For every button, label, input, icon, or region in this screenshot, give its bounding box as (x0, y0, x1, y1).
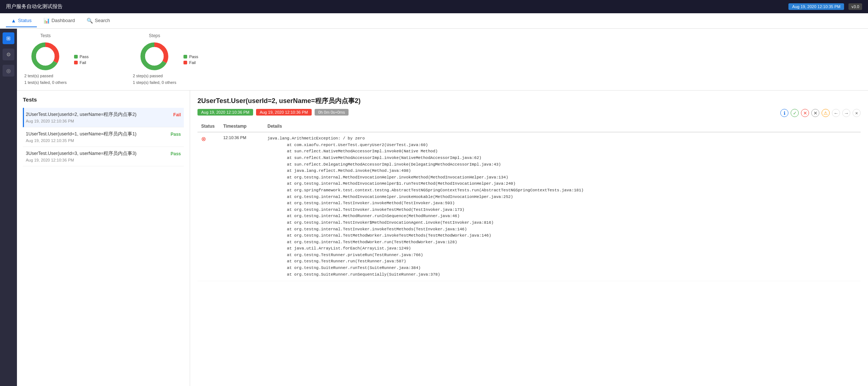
lower-section: Tests 2UserTest.User(userId=2, userName=… (17, 91, 868, 386)
stats-row: Tests 2 test(s) passed 1 test(s) failed,… (17, 29, 868, 91)
tests-legend: Pass Fail (74, 54, 88, 65)
steps-legend-pass: Pass (183, 54, 198, 59)
detail-panel: 2UserTest.User(userId=2, userName=程序员内点事… (190, 91, 868, 386)
fail-label: Fail (80, 60, 86, 65)
close-x-icon[interactable]: × (853, 109, 861, 117)
test-item-0[interactable]: 2UserTest.User(userId=2, userName=程序员内点事… (23, 108, 184, 127)
test-item-1-date: Aug 19, 2020 12:10:35 PM (26, 138, 181, 143)
test-item-0-name: 2UserTest.User(userId=2, userName=程序员内点事… (26, 111, 173, 118)
tests-legend-fail: Fail (74, 60, 88, 65)
close-dark-icon[interactable]: ✕ (811, 109, 819, 117)
test-item-1[interactable]: 1UserTest.User(userId=1, userName=程序员内点事… (23, 127, 184, 147)
detail-title: 2UserTest.User(userId=2, userName=程序员内点事… (197, 96, 861, 105)
step-details-cell: java.lang.ArithmeticException: / by zero… (264, 132, 861, 281)
test-list-heading: Tests (23, 96, 184, 103)
main-layout: ⊞ ⚙ ◎ Tests 2 test(s) passe (0, 29, 868, 386)
tests-legend-pass: Pass (74, 54, 88, 59)
sidebar-icon-chart[interactable]: ◎ (3, 65, 14, 77)
app-title: 用户服务自动化测试报告 (6, 3, 63, 10)
status-icon: ▲ (11, 18, 16, 24)
detail-badges: Aug 19, 2020 12:10:36 PM Aug 19, 2020 12… (197, 109, 349, 116)
test-item-2[interactable]: 3UserTest.User(userId=3, userName=程序员内点事… (23, 147, 184, 166)
col-details-header: Details (264, 121, 861, 132)
test-item-2-date: Aug 19, 2020 12:10:36 PM (26, 158, 181, 162)
tab-status-label: Status (18, 18, 32, 23)
sidebar-icon-home[interactable]: ⊞ (3, 32, 14, 44)
steps-legend: Pass Fail (183, 54, 198, 65)
pass-label: Pass (80, 54, 88, 59)
table-row: ⊗ 12:10:36 PM java.lang.ArithmeticExcept… (197, 132, 861, 281)
badge-duration: 0h 0m 0s+0ms (315, 109, 349, 116)
test-item-2-status: Pass (171, 151, 181, 156)
datetime-badge: Aug 19, 2020 12:10:35 PM (788, 3, 844, 10)
arrow-left-icon[interactable]: ← (832, 109, 840, 117)
topbar: 用户服务自动化测试报告 Aug 19, 2020 12:10:35 PM v3.… (0, 0, 868, 13)
col-timestamp-header: Timestamp (220, 121, 264, 132)
fail-dot (74, 61, 78, 64)
steps-pass-label: Pass (189, 54, 198, 59)
tab-dashboard-label: Dashboard (52, 18, 75, 23)
steps-donut-area: Steps 2 step(s) passed 1 step(s) failed,… (133, 33, 176, 86)
tests-donut-area: Tests 2 test(s) passed 1 test(s) failed,… (24, 33, 67, 86)
svg-point-2 (36, 47, 55, 65)
steps-stat-text: 2 step(s) passed 1 step(s) failed, 0 oth… (133, 73, 176, 86)
steps-legend-fail: Fail (183, 60, 198, 65)
test-item-2-name: 3UserTest.User(userId=3, userName=程序员内点事… (26, 150, 171, 157)
content-area: Tests 2 test(s) passed 1 test(s) failed,… (17, 29, 868, 386)
badge-start-time: Aug 19, 2020 12:10:36 PM (197, 109, 253, 116)
steps-fail-dot (183, 61, 187, 64)
svg-point-5 (145, 47, 164, 65)
dashboard-icon: 📊 (43, 18, 50, 24)
arrow-right-icon[interactable]: → (842, 109, 850, 117)
tab-search-label: Search (95, 18, 110, 23)
tab-dashboard[interactable]: 📊 Dashboard (38, 15, 80, 27)
steps-stat-block: Steps 2 step(s) passed 1 step(s) failed,… (133, 33, 198, 86)
tests-donut-chart (29, 40, 62, 73)
steps-pass-dot (183, 55, 187, 59)
steps-fail-label: Fail (189, 60, 196, 65)
fail-circle-icon: ⊗ (201, 136, 206, 142)
close-red-icon[interactable]: ✕ (801, 109, 809, 117)
search-icon: 🔍 (87, 18, 93, 24)
navbar: ▲ Status 📊 Dashboard 🔍 Search (0, 13, 868, 29)
steps-label: Steps (149, 33, 160, 38)
test-item-1-name: 1UserTest.User(userId=1, userName=程序员内点事… (26, 131, 171, 137)
detail-toolbar: ℹ ✓ ✕ ✕ ⚠ ← → × (780, 109, 861, 117)
badge-end-time: Aug 19, 2020 12:10:36 PM (256, 109, 312, 116)
tests-stat-block: Tests 2 test(s) passed 1 test(s) failed,… (24, 33, 88, 86)
sidebar-icon-settings[interactable]: ⚙ (3, 49, 14, 60)
info-icon[interactable]: ℹ (780, 109, 788, 117)
tests-passed-text: 2 test(s) passed 1 test(s) failed, 0 oth… (24, 73, 67, 86)
stacktrace: java.lang.ArithmeticException: / by zero… (267, 135, 857, 278)
steps-donut-chart (138, 40, 171, 73)
step-timestamp-cell: 12:10:36 PM (220, 132, 264, 281)
warn-icon[interactable]: ⚠ (822, 109, 830, 117)
detail-table: Status Timestamp Details ⊗ 12:10:36 PM (197, 121, 861, 281)
test-item-0-date: Aug 19, 2020 12:10:36 PM (26, 119, 181, 123)
test-item-1-status: Pass (171, 132, 181, 137)
col-status-header: Status (197, 121, 220, 132)
tab-search[interactable]: 🔍 Search (81, 15, 115, 27)
test-item-0-status: Fail (173, 112, 181, 117)
pass-dot (74, 55, 78, 59)
test-list-panel: Tests 2UserTest.User(userId=2, userName=… (17, 91, 190, 386)
tab-status[interactable]: ▲ Status (6, 15, 37, 27)
step-status-cell: ⊗ (197, 132, 220, 281)
sidebar: ⊞ ⚙ ◎ (0, 29, 17, 386)
version-badge: v3.0 (848, 3, 862, 10)
check-icon[interactable]: ✓ (791, 109, 799, 117)
tests-label: Tests (40, 33, 50, 38)
